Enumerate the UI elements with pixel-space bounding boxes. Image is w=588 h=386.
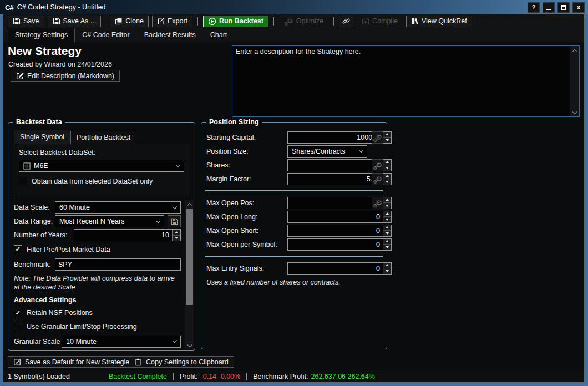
max-open-per-symbol-stepper[interactable] — [287, 238, 392, 251]
advanced-settings-heading: Advanced Settings — [14, 296, 181, 304]
data-range-select[interactable]: Most Recent N Years — [55, 215, 164, 227]
spin-up-icon[interactable] — [383, 160, 391, 165]
scroll-up-icon[interactable] — [185, 200, 194, 208]
spin-down-icon[interactable] — [383, 230, 391, 236]
minimize-button[interactable] — [543, 2, 555, 13]
gears-icon — [373, 134, 382, 141]
obtain-data-checkbox[interactable] — [19, 177, 27, 185]
max-open-short-stepper[interactable] — [287, 225, 392, 237]
spin-up-icon[interactable] — [383, 239, 391, 245]
spin-down-icon[interactable] — [173, 235, 180, 241]
view-quickref-button[interactable]: View QuickRef — [406, 16, 472, 27]
scroll-down-icon[interactable] — [185, 341, 194, 349]
backtest-data-legend: Backtest Data — [13, 118, 65, 126]
spin-down-icon[interactable] — [383, 179, 391, 185]
save-as-button[interactable]: Save As ... — [48, 16, 102, 27]
benchmark-field-wrap — [55, 258, 181, 271]
backtest-settings-scrollbar[interactable] — [185, 200, 194, 349]
save-as-icon — [53, 17, 60, 25]
spin-down-icon[interactable] — [383, 244, 391, 250]
close-button[interactable]: x — [572, 2, 585, 13]
margin-factor-gear-button[interactable] — [372, 173, 383, 185]
data-range-row: Data Range: Most Recent N Years — [14, 215, 181, 227]
margin-factor-input[interactable] — [288, 174, 383, 185]
gears-icon — [373, 161, 382, 169]
max-open-short-input[interactable] — [288, 225, 383, 236]
number-of-years-stepper[interactable] — [74, 229, 181, 241]
scrollbar-track[interactable] — [570, 54, 579, 108]
shares-gear-button[interactable] — [372, 159, 383, 171]
run-backtest-button[interactable]: Run Backtest — [203, 16, 268, 27]
margin-factor-row: Margin Factor: — [206, 172, 383, 185]
starting-capital-gear-button[interactable] — [372, 131, 383, 144]
granular-processing-checkbox[interactable] — [14, 323, 22, 331]
scroll-up-icon[interactable] — [570, 46, 579, 54]
tab-portfolio-backtest[interactable]: Portfolio Backtest — [70, 131, 136, 145]
retain-nsf-row[interactable]: Retain NSF Positions — [14, 309, 181, 317]
link-icon — [342, 17, 350, 25]
export-button[interactable]: Export — [152, 16, 192, 27]
spin-up-icon[interactable] — [383, 211, 391, 217]
help-button[interactable]: ? — [528, 2, 540, 13]
shares-input[interactable] — [288, 160, 383, 171]
number-of-years-input[interactable] — [74, 230, 172, 241]
status-separator — [173, 373, 174, 380]
max-entry-signals-stepper[interactable] — [287, 262, 392, 275]
starting-capital-row: Starting Capital: — [206, 131, 383, 144]
link-button[interactable] — [339, 16, 353, 27]
description-input[interactable]: Enter a description for the Strategy her… — [232, 46, 570, 116]
granular-scale-select[interactable]: 10 Minute — [62, 336, 181, 348]
benchmark-input[interactable] — [55, 259, 180, 270]
spin-up-icon[interactable] — [383, 174, 391, 179]
optimize-button: Optimize — [279, 16, 328, 27]
tab-code-editor[interactable]: C# Code Editor — [75, 28, 136, 42]
data-scale-select[interactable]: 60 Minute — [55, 201, 181, 214]
copy-settings-button[interactable]: Copy Settings to Clipboard — [129, 356, 234, 368]
dataset-select[interactable]: M6E — [19, 160, 184, 172]
description-scrollbar[interactable] — [570, 46, 579, 116]
obtain-data-checkbox-row[interactable]: Obtain data from selected DataSet only — [19, 177, 184, 185]
max-entry-signals-input[interactable] — [288, 263, 383, 274]
scroll-down-icon[interactable] — [570, 108, 579, 116]
max-open-long-stepper[interactable] — [287, 211, 392, 223]
spin-down-icon[interactable] — [383, 216, 391, 222]
status-bar: 1 Symbol(s) Loaded Backtest Complete Pro… — [3, 370, 584, 382]
save-range-button[interactable] — [168, 215, 181, 227]
backtest-settings-scroll-area: Data Scale: 60 Minute Data Range: Most R… — [9, 200, 194, 349]
starting-capital-input[interactable] — [288, 132, 383, 143]
spin-up-icon[interactable] — [173, 230, 180, 235]
max-entry-signals-row: Max Entry Signals: — [206, 262, 383, 275]
filter-market-data-row[interactable]: Filter Pre/Post Market Data — [14, 245, 181, 253]
granular-processing-row[interactable]: Use Granular Limit/Stop Processing — [14, 323, 181, 331]
save-button[interactable]: Save — [8, 16, 44, 27]
max-open-pos-input[interactable] — [288, 197, 383, 209]
scrollbar-thumb[interactable] — [186, 209, 193, 305]
spin-down-icon[interactable] — [383, 202, 391, 209]
spin-up-icon[interactable] — [383, 197, 391, 203]
tab-chart[interactable]: Chart — [203, 28, 235, 42]
position-size-select[interactable]: Shares/Contracts — [287, 145, 367, 158]
symbols-loaded-text: 1 Symbol(s) Loaded — [8, 373, 109, 380]
created-by-text: Created by Wixard on 24/01/2026 — [8, 60, 112, 68]
max-open-pos-gear-button[interactable] — [372, 197, 383, 209]
tab-backtest-results[interactable]: Backtest Results — [137, 28, 203, 42]
years-spinner[interactable] — [172, 230, 180, 241]
spin-up-icon[interactable] — [383, 225, 391, 231]
spin-down-icon[interactable] — [383, 165, 391, 171]
max-open-per-symbol-input[interactable] — [288, 239, 383, 250]
spin-up-icon[interactable] — [383, 132, 391, 138]
filter-market-data-checkbox[interactable] — [14, 245, 22, 253]
maximize-button[interactable] — [557, 2, 570, 13]
save-as-default-button[interactable]: Save as Default for New Strategies — [8, 356, 139, 368]
retain-nsf-checkbox[interactable] — [14, 309, 22, 317]
max-open-long-input[interactable] — [288, 211, 383, 222]
spin-down-icon[interactable] — [383, 137, 391, 143]
edit-description-button[interactable]: Edit Description (Markdown) — [11, 70, 120, 82]
clone-button[interactable]: Clone — [110, 16, 149, 27]
tab-strategy-settings[interactable]: Strategy Settings — [8, 28, 75, 42]
main-tab-bar: Strategy Settings C# Code Editor Backtes… — [3, 28, 584, 42]
spin-down-icon[interactable] — [383, 268, 391, 274]
scrollbar-track[interactable] — [185, 208, 194, 341]
tab-single-symbol[interactable]: Single Symbol — [14, 130, 70, 144]
spin-up-icon[interactable] — [383, 263, 391, 268]
